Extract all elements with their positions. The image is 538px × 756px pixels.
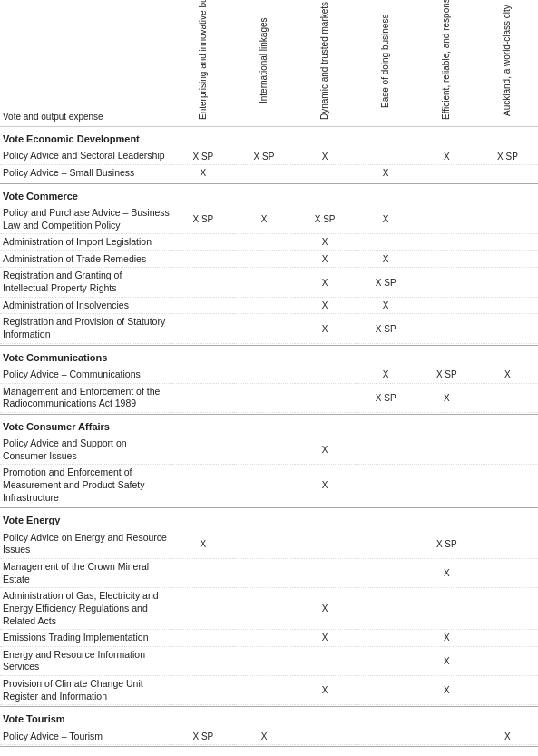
row-label: Policy Advice and Sectoral Leadership xyxy=(0,148,172,164)
cell-2-0-0 xyxy=(172,367,233,383)
section-header-0: Vote Economic Development xyxy=(0,127,538,149)
cell-5-0-1: X xyxy=(233,729,294,745)
cell-1-0-3: X xyxy=(356,205,416,234)
cell-1-2-1 xyxy=(233,250,294,268)
row-label: Energy and Resource Information Services xyxy=(0,646,172,675)
cell-1-1-1 xyxy=(233,234,294,251)
table-row: Policy Advice – TourismX SPXX xyxy=(0,729,538,745)
cell-1-3-0 xyxy=(172,268,233,297)
cell-4-3-3 xyxy=(356,630,416,647)
row-label: Registration and Granting of Intellectua… xyxy=(0,268,172,297)
table-row: Registration and Granting of Intellectua… xyxy=(0,268,538,297)
cell-4-1-3 xyxy=(356,558,416,587)
cell-4-2-2: X xyxy=(295,588,356,630)
cell-4-5-4: X xyxy=(416,676,477,705)
cell-1-2-2: X xyxy=(295,250,356,268)
cell-3-1-1 xyxy=(233,465,294,506)
table-row: Provision of Climate Change Unit Registe… xyxy=(0,676,538,705)
section-header-5: Vote Tourism xyxy=(0,707,538,729)
cell-4-2-0 xyxy=(172,588,233,630)
section-title-3: Vote Consumer Affairs xyxy=(0,414,538,436)
cell-4-5-3 xyxy=(356,676,416,705)
table-row: Promotion and Enforcement of Measurement… xyxy=(0,465,538,506)
col-header-6: Auckland, a world-class city xyxy=(477,0,538,127)
cell-1-2-5 xyxy=(477,250,538,268)
row-label: Provision of Climate Change Unit Registe… xyxy=(0,676,172,705)
cell-5-0-4 xyxy=(416,729,477,745)
table-row: Registration and Provision of Statutory … xyxy=(0,314,538,343)
cell-4-2-5 xyxy=(477,588,538,630)
cell-5-0-0: X SP xyxy=(172,729,233,745)
row-label: Policy Advice and Support on Consumer Is… xyxy=(0,436,172,465)
cell-4-2-1 xyxy=(233,588,294,630)
cell-4-3-2: X xyxy=(295,630,356,647)
cell-0-1-1 xyxy=(233,164,294,182)
cell-2-1-3: X SP xyxy=(356,383,416,412)
cell-1-0-2: X SP xyxy=(295,205,356,234)
row-label: Policy and Purchase Advice – Business La… xyxy=(0,205,172,234)
row-label: Administration of Gas, Electricity and E… xyxy=(0,588,172,630)
cell-4-3-0 xyxy=(172,630,233,647)
cell-4-4-1 xyxy=(233,646,294,675)
table-row: Management of the Crown Mineral EstateX xyxy=(0,558,538,587)
row-label: Management of the Crown Mineral Estate xyxy=(0,558,172,587)
section-header-3: Vote Consumer Affairs xyxy=(0,414,538,436)
section-header-2: Vote Communications xyxy=(0,345,538,367)
row-label: Registration and Provision of Statutory … xyxy=(0,314,172,343)
table-row: Policy and Purchase Advice – Business La… xyxy=(0,205,538,234)
cell-3-0-0 xyxy=(172,436,233,465)
row-label: Management and Enforcement of the Radioc… xyxy=(0,383,172,412)
row-label: Policy Advice – Tourism xyxy=(0,729,172,745)
cell-4-4-3 xyxy=(356,646,416,675)
cell-1-4-1 xyxy=(233,297,294,314)
table-row: Emissions Trading ImplementationXX xyxy=(0,630,538,647)
cell-1-3-1 xyxy=(233,268,294,297)
col-header-1: Enterprising and innovative businesses xyxy=(172,0,233,127)
cell-4-0-2 xyxy=(295,530,356,559)
cell-1-1-4 xyxy=(416,234,477,251)
cell-3-1-4 xyxy=(416,465,477,506)
cell-5-0-3 xyxy=(356,729,416,745)
cell-1-5-3: X SP xyxy=(356,314,416,343)
cell-4-1-0 xyxy=(172,558,233,587)
section-title-4: Vote Energy xyxy=(0,508,538,530)
row-label: Administration of Insolvencies xyxy=(0,297,172,314)
cell-1-1-5 xyxy=(477,234,538,251)
cell-4-4-2 xyxy=(295,646,356,675)
cell-1-0-1: X xyxy=(233,205,294,234)
cell-4-1-5 xyxy=(477,558,538,587)
cell-2-1-4: X xyxy=(416,383,477,412)
cell-2-0-5: X xyxy=(477,367,538,383)
cell-4-5-5 xyxy=(477,676,538,705)
row-label: Promotion and Enforcement of Measurement… xyxy=(0,465,172,506)
cell-2-1-0 xyxy=(172,383,233,412)
cell-4-5-1 xyxy=(233,676,294,705)
col-header-3: Dynamic and trusted markets xyxy=(295,0,356,127)
cell-4-1-4: X xyxy=(416,558,477,587)
cell-2-1-1 xyxy=(233,383,294,412)
table-row: Management and Enforcement of the Radioc… xyxy=(0,383,538,412)
section-header-1: Vote Commerce xyxy=(0,183,538,205)
cell-1-1-3 xyxy=(356,234,416,251)
table-row: Administration of Gas, Electricity and E… xyxy=(0,588,538,630)
cell-4-0-4: X SP xyxy=(416,530,477,559)
cell-4-0-1 xyxy=(233,530,294,559)
cell-3-1-0 xyxy=(172,465,233,506)
cell-1-4-3: X xyxy=(356,297,416,314)
cell-0-1-0: X xyxy=(172,164,233,182)
cell-4-4-5 xyxy=(477,646,538,675)
cell-0-1-2 xyxy=(295,164,356,182)
section-title-2: Vote Communications xyxy=(0,345,538,367)
cell-2-1-2 xyxy=(295,383,356,412)
cell-3-1-5 xyxy=(477,465,538,506)
cell-1-2-4 xyxy=(416,250,477,268)
cell-1-0-0: X SP xyxy=(172,205,233,234)
section-title-5: Vote Tourism xyxy=(0,707,538,729)
cell-0-0-1: X SP xyxy=(233,148,294,164)
cell-1-5-4 xyxy=(416,314,477,343)
cell-3-0-2: X xyxy=(295,436,356,465)
cell-1-3-4 xyxy=(416,268,477,297)
cell-2-0-3: X xyxy=(356,367,416,383)
cell-4-5-2: X xyxy=(295,676,356,705)
row-label: Policy Advice – Communications xyxy=(0,367,172,383)
